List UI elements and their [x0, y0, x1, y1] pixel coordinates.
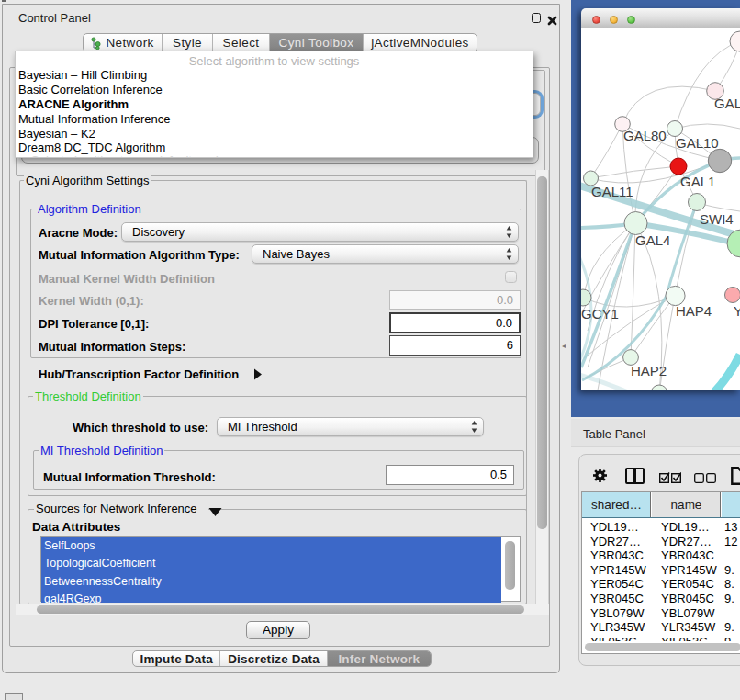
- svg-text:GAL80: GAL80: [623, 128, 667, 143]
- svg-text:GAL7: GAL7: [714, 96, 740, 111]
- svg-text:GAL4: GAL4: [635, 232, 670, 248]
- svg-text:GAL1: GAL1: [680, 174, 715, 189]
- svg-text:HAP2: HAP2: [631, 363, 667, 378]
- svg-text:GCY1: GCY1: [581, 306, 619, 322]
- svg-text:YM: YM: [734, 303, 740, 319]
- svg-text:GAL11: GAL11: [591, 184, 633, 199]
- svg-text:SWI4: SWI4: [700, 211, 734, 227]
- svg-text:GAL10: GAL10: [676, 135, 719, 151]
- svg-text:HAP4: HAP4: [676, 303, 712, 319]
